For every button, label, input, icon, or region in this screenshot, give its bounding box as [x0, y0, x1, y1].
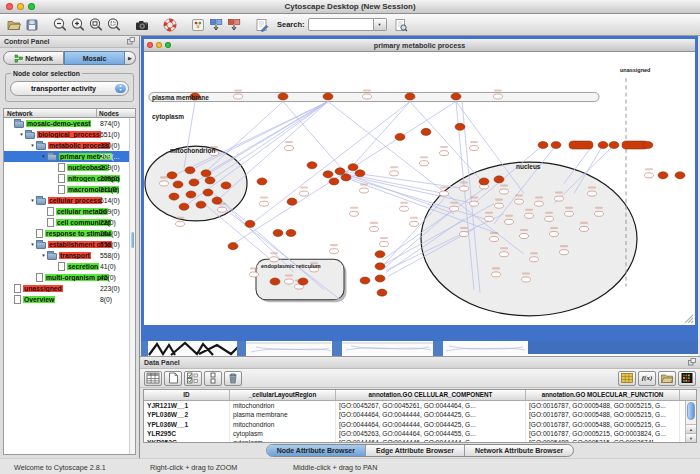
network-node[interactable]: [176, 221, 185, 226]
table-cell[interactable]: [GO:0016787, GO:0005488, GO:0005215, G..…: [526, 420, 680, 429]
network-node[interactable]: [390, 171, 399, 176]
network-node-selected-color[interactable]: [298, 278, 308, 285]
network-node-selected-color[interactable]: [395, 133, 405, 140]
network-node-selected-color[interactable]: [348, 164, 358, 171]
table-row[interactable]: YKR052Ccytoplasm[GO:0044464, GO:0044446,…: [144, 438, 696, 443]
nucleus-region[interactable]: [421, 162, 637, 316]
network-node[interactable]: [360, 188, 369, 193]
network-node[interactable]: [270, 257, 279, 262]
network-node[interactable]: [530, 257, 539, 262]
tree-row[interactable]: secretion41(0): [4, 261, 135, 272]
expander-icon[interactable]: ▼: [29, 198, 36, 203]
network-node-selected-color[interactable]: [286, 229, 296, 236]
network-node[interactable]: [300, 191, 309, 196]
network-node-selected-color[interactable]: [201, 170, 211, 177]
network-node-selected-color[interactable]: [323, 93, 333, 100]
network-node-selected-color[interactable]: [257, 178, 267, 185]
network-node-selected-color[interactable]: [355, 170, 365, 177]
function-builder-icon[interactable]: f(x): [638, 371, 656, 386]
expander-icon[interactable]: ▼: [18, 132, 25, 137]
tree-row[interactable]: ▼primary metabo209(...: [4, 151, 135, 162]
network-node-selected-color[interactable]: [212, 197, 222, 204]
table-row[interactable]: YJR121W__1mitochondrion[GO:0045267, GO:0…: [144, 401, 696, 410]
network-node[interactable]: [485, 216, 494, 221]
network-node[interactable]: [495, 203, 504, 208]
table-cell[interactable]: [GO:0045263, GO:0044464, GO:0044455, G..…: [336, 429, 526, 438]
network-node[interactable]: [350, 211, 359, 216]
tab-network[interactable]: Network: [3, 51, 64, 65]
expander-icon[interactable]: ▼: [29, 143, 36, 148]
search-dropdown-arrow[interactable]: ▼: [374, 18, 387, 31]
table-cell[interactable]: [GO:0044464, GO:0044444, GO:0044425, G..…: [336, 420, 526, 429]
network-node-selected-color[interactable]: [185, 167, 195, 174]
network-node[interactable]: [380, 242, 389, 247]
tree-header-network[interactable]: Network: [4, 109, 97, 117]
network-node[interactable]: [285, 279, 294, 284]
table-cell[interactable]: [GO:0016787, GO:0005488, GO:0005215, G..…: [526, 410, 680, 419]
tree-row[interactable]: ▼metabolic process280(0): [4, 140, 135, 151]
network-node[interactable]: [363, 94, 372, 99]
network-node-selected-color[interactable]: [278, 93, 288, 100]
network-node[interactable]: [250, 272, 259, 277]
network-node-selected-color[interactable]: [270, 278, 280, 285]
advanced-search-icon[interactable]: [392, 16, 410, 34]
zoom-in-icon[interactable]: [69, 16, 87, 34]
tree-row[interactable]: ▼transport558(0): [4, 250, 135, 261]
table-cell[interactable]: cytoplasm: [230, 438, 336, 443]
scroll-up-icon[interactable]: ▲: [686, 424, 696, 433]
tab-node-attribute-browser[interactable]: Node Attribute Browser: [267, 445, 366, 456]
network-node-selected-color[interactable]: [479, 178, 489, 185]
network-node[interactable]: [450, 206, 459, 211]
table-scrollbar[interactable]: ▲ ▼: [685, 401, 696, 442]
tree-scrollbar[interactable]: [129, 118, 135, 454]
network-edge[interactable]: [254, 102, 410, 222]
table-cell[interactable]: cytoplasm: [230, 429, 336, 438]
network-node[interactable]: [460, 231, 469, 236]
network-edge[interactable]: [194, 102, 328, 183]
network-node-selected-color[interactable]: [421, 128, 431, 135]
table-column-header[interactable]: annotation.GO MOLECULAR_FUNCTION: [526, 390, 680, 400]
help-icon[interactable]: [161, 16, 179, 34]
plasma-membrane-region[interactable]: [149, 92, 599, 101]
table-row[interactable]: YPL036W__1mitochondrion[GO:0044464, GO:0…: [144, 420, 696, 429]
network-node-selected-color[interactable]: [287, 198, 297, 205]
tree-row[interactable]: ▼establishment of lo558(0): [4, 239, 135, 250]
tree-row[interactable]: cellular metabo209(0): [4, 206, 135, 217]
table-column-header[interactable]: _cellularLayoutRegion: [230, 390, 336, 400]
float-panel-icon[interactable]: [688, 358, 696, 367]
tab-overflow-arrow-icon[interactable]: ▶: [125, 51, 136, 65]
network-node-selected-color[interactable]: [273, 229, 283, 236]
tree-row[interactable]: response to stimulu264(0): [4, 228, 135, 239]
network-node[interactable]: [490, 237, 499, 242]
network-canvas[interactable]: plasma membrane cytoplasm mitochondrion …: [144, 52, 695, 325]
network-node[interactable]: [550, 231, 559, 236]
network-node-selected-color[interactable]: [551, 141, 561, 148]
network-node[interactable]: [505, 219, 514, 224]
matrix-view-icon[interactable]: [678, 371, 696, 386]
table-row[interactable]: YLR295Ccytoplasm[GO:0045263, GO:0044464,…: [144, 429, 696, 438]
network-node-selected-color[interactable]: [186, 191, 196, 198]
network-node-selected-color[interactable]: [196, 201, 206, 208]
network-node[interactable]: [525, 213, 534, 218]
resize-grip-icon[interactable]: [685, 315, 693, 323]
network-node[interactable]: [260, 201, 269, 206]
table-row[interactable]: YPL036W__2plasma membrane[GO:0044464, GO…: [144, 410, 696, 419]
tree-row[interactable]: cell communicat22(0): [4, 217, 135, 228]
network-node[interactable]: [330, 249, 339, 254]
network-edge[interactable]: [217, 102, 328, 201]
tab-edge-attribute-browser[interactable]: Edge Attribute Browser: [366, 445, 465, 456]
network-node[interactable]: [500, 252, 509, 257]
tree-row[interactable]: mosaic-demo-yeast874(0): [4, 118, 135, 129]
table-cell[interactable]: [GO:0016787, GO:0005488, GO:0005215, G..…: [526, 401, 680, 410]
network-node-wide[interactable]: [569, 141, 593, 149]
network-node[interactable]: [595, 211, 604, 216]
expander-icon[interactable]: ▼: [40, 253, 47, 258]
network-edge[interactable]: [204, 102, 283, 174]
network-node[interactable]: [645, 173, 654, 178]
network-node-selected-color[interactable]: [179, 203, 189, 210]
network-node-selected-color[interactable]: [377, 289, 387, 296]
network-node[interactable]: [494, 94, 503, 99]
network-node-selected-color[interactable]: [245, 220, 255, 227]
table-cell[interactable]: YPL036W__1: [144, 420, 230, 429]
table-cell[interactable]: YPL036W__2: [144, 410, 230, 419]
